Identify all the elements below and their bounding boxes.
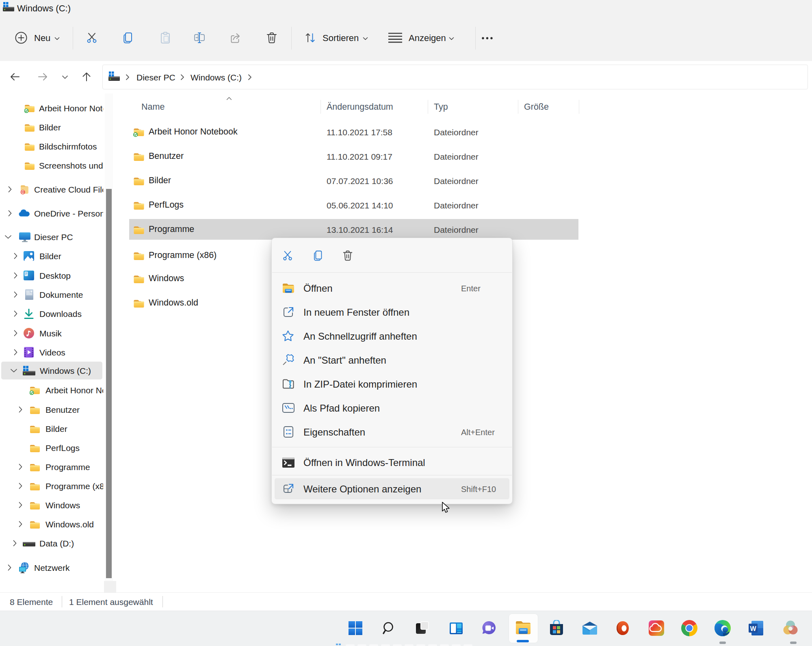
svg-text:W: W xyxy=(750,625,756,632)
